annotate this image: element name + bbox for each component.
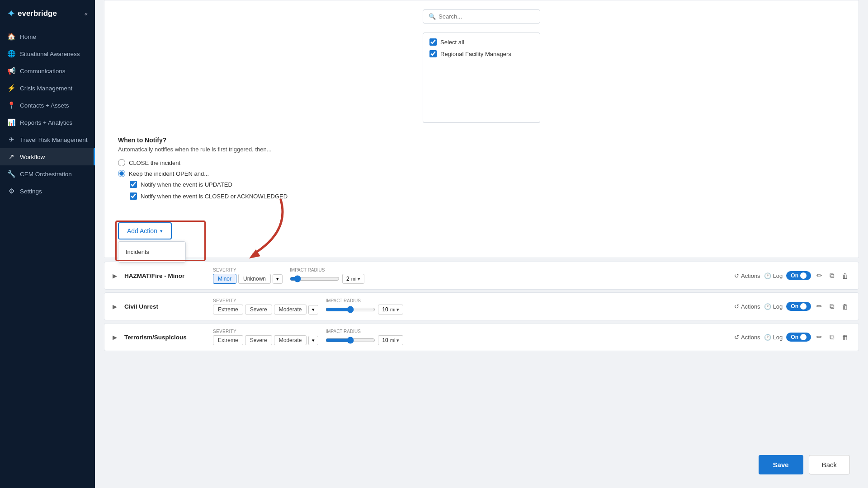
copy-icon-button[interactable]: ⧉ bbox=[828, 332, 836, 342]
logo-icon: ✦ bbox=[7, 8, 15, 19]
edit-icon-button[interactable]: ✏ bbox=[815, 332, 824, 342]
rule-row-civil-unrest: ▶ Civil Unrest Severity ExtremeSevereMod… bbox=[104, 292, 859, 320]
impact-value: 10 bbox=[382, 337, 388, 343]
closed-ack-checkbox[interactable] bbox=[130, 192, 137, 200]
svg-marker-0 bbox=[249, 249, 260, 258]
main-content: 🔍 Select all Regional Facility Managers … bbox=[95, 0, 868, 488]
back-button[interactable]: Back bbox=[809, 455, 850, 474]
sidebar-item-communications[interactable]: 📢 Communications bbox=[0, 62, 95, 80]
impact-unit-button[interactable]: mi ▾ bbox=[390, 338, 400, 343]
delete-icon-button[interactable]: 🗑 bbox=[840, 271, 850, 281]
severity-extra-tag[interactable]: Unknown bbox=[238, 274, 271, 284]
severity-tag[interactable]: Minor bbox=[213, 274, 236, 284]
log-button[interactable]: 🕐 Log bbox=[764, 334, 783, 341]
rfm-checkbox[interactable] bbox=[429, 50, 437, 57]
add-action-button[interactable]: Add Action ▾ bbox=[118, 222, 172, 239]
rule-name: Civil Unrest bbox=[124, 303, 206, 310]
action-dropdown: Incidents bbox=[118, 241, 186, 263]
home-icon: 🏠 bbox=[7, 33, 15, 41]
sidebar-item-crisis-management[interactable]: ⚡ Crisis Management bbox=[0, 80, 95, 97]
actions-label: Actions bbox=[741, 303, 760, 310]
toggle-circle bbox=[800, 334, 807, 340]
severity-tag[interactable]: Severe bbox=[245, 305, 272, 314]
save-button[interactable]: Save bbox=[759, 455, 803, 474]
close-incident-label: CLOSE the incident bbox=[129, 160, 180, 166]
travel-risk-icon: ✈ bbox=[7, 136, 15, 144]
sidebar-item-settings[interactable]: ⚙ Settings bbox=[0, 183, 95, 200]
search-icon: 🔍 bbox=[429, 13, 436, 20]
rules-area: ▶ HAZMAT/Fire - Minor Severity Minor Unk… bbox=[104, 262, 859, 354]
save-back-area: Save Back bbox=[759, 455, 850, 474]
log-button[interactable]: 🕐 Log bbox=[764, 303, 783, 310]
updated-checkbox[interactable] bbox=[130, 181, 137, 188]
severity-tags: ExtremeSevereModerate ▾ bbox=[213, 305, 318, 314]
settings-icon: ⚙ bbox=[7, 187, 15, 195]
edit-icon-button[interactable]: ✏ bbox=[815, 301, 824, 311]
log-label: Log bbox=[773, 334, 783, 341]
rule-row-hazmat: ▶ HAZMAT/Fire - Minor Severity Minor Unk… bbox=[104, 262, 859, 290]
copy-icon-button[interactable]: ⧉ bbox=[828, 301, 836, 311]
impact-slider-row: 10 mi ▾ bbox=[326, 305, 407, 314]
checkbox-list: Select all Regional Facility Managers bbox=[423, 33, 540, 123]
actions-button[interactable]: ↺ Actions bbox=[734, 303, 760, 310]
sidebar-item-situational-awareness[interactable]: 🌐 Situational Awareness bbox=[0, 45, 95, 62]
select-all-label: Select all bbox=[440, 39, 464, 46]
nested-checkboxes: Notify when the event is UPDATED Notify … bbox=[130, 181, 845, 200]
log-icon: 🕐 bbox=[764, 303, 771, 310]
severity-tag[interactable]: Severe bbox=[245, 335, 272, 345]
impact-group: Impact Radius 10 mi ▾ bbox=[326, 329, 407, 345]
impact-label: Impact Radius bbox=[290, 267, 371, 272]
severity-dropdown-button[interactable]: ▾ bbox=[308, 305, 318, 314]
toggle-on[interactable]: On bbox=[786, 302, 811, 311]
severity-dropdown-button[interactable]: ▾ bbox=[273, 274, 283, 284]
impact-slider[interactable] bbox=[326, 337, 375, 344]
impact-value-box: 10 mi ▾ bbox=[378, 335, 403, 345]
keep-open-label: Keep the incident OPEN and... bbox=[129, 170, 209, 177]
log-button[interactable]: 🕐 Log bbox=[764, 272, 783, 279]
toggle-on[interactable]: On bbox=[786, 333, 811, 342]
impact-value: 10 bbox=[382, 306, 388, 313]
incidents-dropdown-item[interactable]: Incidents bbox=[118, 244, 185, 259]
impact-slider[interactable] bbox=[290, 275, 340, 282]
edit-icon-button[interactable]: ✏ bbox=[815, 271, 824, 281]
severity-tag[interactable]: Extreme bbox=[213, 335, 243, 345]
select-all-checkbox[interactable] bbox=[429, 38, 437, 46]
sidebar-item-cem-orchestration[interactable]: 🔧 CEM Orchestration bbox=[0, 165, 95, 183]
reports-analytics-icon: 📊 bbox=[7, 118, 15, 127]
rule-expand-button[interactable]: ▶ bbox=[113, 272, 117, 279]
row-actions: ↺ Actions 🕐 Log On ✏ ⧉ 🗑 bbox=[734, 271, 850, 281]
sidebar-item-contacts-assets[interactable]: 📍 Contacts + Assets bbox=[0, 97, 95, 114]
add-action-label: Add Action bbox=[127, 227, 157, 235]
impact-unit-button[interactable]: mi ▾ bbox=[351, 276, 361, 282]
notify-section: When to Notify? Automatically notifies w… bbox=[118, 127, 845, 209]
impact-group: Impact Radius 10 mi ▾ bbox=[326, 298, 407, 314]
actions-button[interactable]: ↺ Actions bbox=[734, 272, 760, 279]
copy-icon-button[interactable]: ⧉ bbox=[828, 271, 836, 281]
notify-title: When to Notify? bbox=[118, 136, 845, 144]
sidebar-item-reports-analytics[interactable]: 📊 Reports + Analytics bbox=[0, 114, 95, 131]
rfm-checkbox-item: Regional Facility Managers bbox=[429, 50, 533, 57]
severity-tag[interactable]: Extreme bbox=[213, 305, 243, 314]
severity-tag[interactable]: Moderate bbox=[274, 305, 307, 314]
severity-dropdown-button[interactable]: ▾ bbox=[308, 336, 318, 345]
keep-open-radio[interactable] bbox=[118, 170, 125, 177]
rule-expand-button[interactable]: ▶ bbox=[113, 334, 117, 341]
impact-slider[interactable] bbox=[326, 306, 375, 313]
sidebar-item-workflow[interactable]: ↗ Workflow bbox=[0, 148, 95, 165]
updated-label: Notify when the event is UPDATED bbox=[141, 181, 232, 188]
severity-tag[interactable]: Moderate bbox=[274, 335, 307, 345]
crisis-management-icon: ⚡ bbox=[7, 84, 15, 92]
sidebar-item-label: Home bbox=[20, 33, 36, 40]
actions-button[interactable]: ↺ Actions bbox=[734, 334, 760, 341]
sidebar-collapse-button[interactable]: « bbox=[85, 10, 88, 17]
sidebar-item-travel-risk[interactable]: ✈ Travel Risk Management bbox=[0, 131, 95, 148]
rule-expand-button[interactable]: ▶ bbox=[113, 303, 117, 310]
delete-icon-button[interactable]: 🗑 bbox=[840, 302, 850, 311]
sidebar-item-home[interactable]: 🏠 Home bbox=[0, 28, 95, 45]
search-input[interactable] bbox=[439, 13, 534, 20]
toggle-on[interactable]: On bbox=[786, 271, 811, 280]
actions-icon: ↺ bbox=[734, 303, 739, 310]
impact-unit-button[interactable]: mi ▾ bbox=[390, 307, 400, 313]
close-incident-radio[interactable] bbox=[118, 159, 125, 166]
delete-icon-button[interactable]: 🗑 bbox=[840, 333, 850, 342]
